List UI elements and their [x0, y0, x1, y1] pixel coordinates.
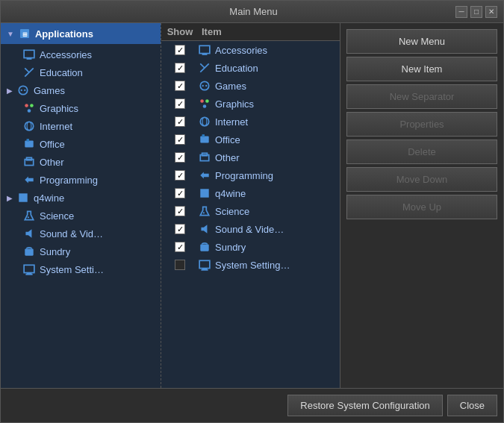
middle-item-show-internet: ✓	[161, 116, 199, 127]
checkbox-graphics[interactable]: ✓	[175, 98, 185, 109]
middle-item-label-science: Science	[215, 206, 249, 217]
middle-item-label-graphics: Graphics	[215, 98, 254, 110]
checkbox-games[interactable]: ✓	[175, 81, 185, 91]
checkbox-programming[interactable]: ✓	[175, 170, 185, 181]
middle-item-icon-sound	[199, 223, 211, 235]
close-dialog-button[interactable]: Close	[447, 395, 497, 416]
checkbox-sundry[interactable]: ✓	[175, 242, 185, 252]
left-item-education[interactable]: Education	[1, 63, 161, 81]
titlebar: Main Menu ─ □ ✕	[1, 1, 503, 23]
middle-item-icon-q4wine	[199, 187, 211, 199]
left-item-label-accessories: Accessories	[40, 49, 92, 60]
left-item-programming[interactable]: Programming	[1, 171, 161, 189]
middle-item-science[interactable]: ✓ Science	[161, 202, 340, 220]
svg-point-7	[21, 90, 22, 91]
checkbox-office[interactable]: ✓	[175, 134, 185, 145]
svg-rect-49	[205, 193, 209, 198]
svg-rect-48	[200, 193, 205, 198]
left-item-icon-education	[23, 66, 35, 78]
middle-item-icon-office	[199, 134, 211, 145]
middle-item-education[interactable]: ✓ Education	[161, 59, 340, 77]
middle-item-sundry[interactable]: ✓ Sundry	[161, 238, 340, 256]
middle-item-other[interactable]: ✓ Other	[161, 148, 340, 166]
middle-item-label-sundry: Sundry	[215, 242, 246, 253]
svg-point-39	[200, 117, 208, 125]
svg-point-12	[25, 122, 33, 130]
svg-rect-22	[23, 198, 28, 202]
svg-point-10	[30, 104, 34, 107]
svg-point-33	[200, 81, 208, 90]
middle-item-show-q4wine: ✓	[161, 188, 199, 198]
svg-point-38	[203, 104, 207, 108]
checkbox-sound[interactable]: ✓	[175, 224, 185, 234]
middle-item-internet[interactable]: ✓ Internet	[161, 113, 340, 131]
middle-item-office[interactable]: ✓ Office	[161, 131, 340, 148]
middle-item-label-internet: Internet	[215, 116, 248, 128]
svg-rect-29	[199, 46, 210, 53]
left-item-internet[interactable]: Internet	[1, 117, 161, 135]
svg-rect-26	[24, 265, 34, 272]
left-item-icon-q4wine	[17, 192, 29, 204]
left-panel-title: Applications	[35, 28, 93, 40]
svg-line-32	[200, 63, 205, 68]
close-button[interactable]: ✕	[485, 6, 497, 18]
new-menu-button[interactable]: New Menu	[346, 29, 497, 54]
left-item-sound[interactable]: Sound & Vid…	[1, 225, 161, 242]
checkbox-q4wine[interactable]: ✓	[175, 188, 185, 198]
left-item-games[interactable]: ▶ Games	[1, 81, 161, 99]
maximize-button[interactable]: □	[470, 6, 482, 18]
left-item-label-education: Education	[40, 67, 83, 78]
svg-marker-18	[25, 176, 33, 183]
minimize-button[interactable]: ─	[455, 6, 467, 18]
window-controls: ─ □ ✕	[455, 6, 497, 18]
right-panel: New MenuNew ItemNew SeparatorPropertiesD…	[340, 23, 503, 388]
checkbox-education[interactable]: ✓	[175, 63, 185, 73]
svg-marker-45	[200, 172, 208, 178]
middle-item-system[interactable]: System Setting…	[161, 256, 340, 274]
left-item-sundry[interactable]: Sundry	[1, 242, 161, 260]
left-item-label-internet: Internet	[40, 121, 72, 132]
left-item-label-games: Games	[34, 85, 65, 96]
left-item-graphics[interactable]: Graphics	[1, 99, 161, 117]
middle-item-sound[interactable]: ✓ Sound & Vide…	[161, 220, 340, 238]
checkbox-other[interactable]: ✓	[175, 152, 185, 163]
left-item-science[interactable]: Science	[1, 207, 161, 225]
middle-item-content-sound: Sound & Vide…	[199, 223, 340, 235]
new-item-button[interactable]: New Item	[346, 57, 497, 81]
middle-item-programming[interactable]: ✓ Programming	[161, 166, 340, 184]
middle-item-content-games: Games	[199, 80, 340, 92]
svg-rect-3	[27, 58, 32, 60]
checkbox-system[interactable]	[175, 260, 185, 270]
middle-item-icon-programming	[199, 169, 211, 181]
window-body: ▼ ⊞ Applications Accessories Education ▶…	[1, 23, 503, 422]
svg-rect-30	[202, 54, 208, 55]
middle-item-show-games: ✓	[161, 81, 199, 91]
middle-item-label-office: Office	[215, 134, 240, 145]
left-item-accessories[interactable]: Accessories	[1, 46, 161, 63]
svg-rect-2	[24, 50, 34, 57]
middle-item-graphics[interactable]: ✓ Graphics	[161, 95, 340, 113]
middle-item-content-graphics: Graphics	[199, 98, 340, 110]
delete-button: Delete	[346, 140, 497, 164]
checkbox-science[interactable]: ✓	[175, 206, 185, 216]
left-item-other[interactable]: Other	[1, 153, 161, 171]
restore-button[interactable]: Restore System Configuration	[287, 395, 442, 416]
middle-item-content-system: System Setting…	[199, 259, 340, 271]
checkbox-internet[interactable]: ✓	[175, 116, 185, 127]
middle-item-icon-internet	[199, 116, 211, 128]
left-item-office[interactable]: Office	[1, 135, 161, 153]
left-item-system[interactable]: System Setti…	[1, 260, 161, 278]
left-item-q4wine[interactable]: ▶ q4wine	[1, 189, 161, 207]
middle-list: ✓ Accessories ✓ Education ✓	[161, 41, 340, 388]
middle-item-q4wine[interactable]: ✓ q4wine	[161, 184, 340, 202]
left-panel-header: ▼ ⊞ Applications	[1, 23, 161, 44]
svg-point-34	[202, 85, 204, 87]
col-item-header: Item	[199, 26, 340, 37]
left-item-label-sound: Sound & Vid…	[40, 228, 103, 239]
middle-item-games[interactable]: ✓ Games	[161, 77, 340, 95]
checkbox-accessories[interactable]: ✓	[175, 45, 185, 55]
middle-item-accessories[interactable]: ✓ Accessories	[161, 41, 340, 59]
left-item-label-programming: Programming	[40, 175, 98, 186]
middle-item-icon-sundry	[199, 241, 211, 253]
middle-item-show-other: ✓	[161, 152, 199, 163]
